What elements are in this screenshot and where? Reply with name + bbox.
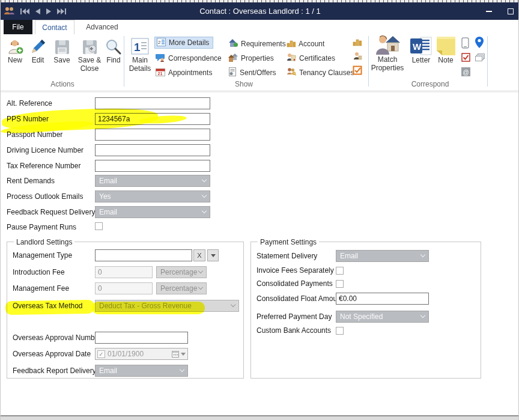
- map-pin-icon-button[interactable]: [475, 37, 484, 50]
- management-type-clear-button[interactable]: X: [193, 249, 205, 261]
- tax-reference-number-input[interactable]: [95, 160, 210, 172]
- alt-reference-label: Alt. Reference: [7, 99, 52, 108]
- save-close-button-label: Save & Close: [75, 56, 104, 73]
- letter-button[interactable]: W Letter: [409, 36, 433, 65]
- red-checkbox-icon-button[interactable]: [461, 53, 470, 64]
- tasks-checkbox-icon-button[interactable]: [353, 65, 362, 78]
- minimize-button[interactable]: [486, 11, 492, 12]
- main-details-button[interactable]: 1 Main Details: [126, 36, 154, 73]
- last-record-button[interactable]: [57, 8, 66, 14]
- tab-contact[interactable]: Contact: [35, 20, 74, 34]
- more-details-button[interactable]: 2 More Details: [154, 37, 213, 49]
- rent-demands-dropdown[interactable]: Email: [95, 175, 210, 187]
- title-bar: Contact : Overseas Landlord : 1 / 1: [1, 2, 519, 20]
- overseas-approval-number-input[interactable]: [95, 332, 188, 344]
- passport-number-input[interactable]: [95, 129, 210, 141]
- feedback-request-delivery-dropdown[interactable]: Email: [95, 206, 210, 218]
- requirements-button[interactable]: Requirements: [228, 38, 286, 50]
- ribbon-separator: [368, 36, 369, 87]
- chevron-down-icon: [202, 208, 207, 213]
- consolidated-float-amount-input[interactable]: [336, 293, 429, 305]
- appointments-label: Appointments: [168, 68, 212, 77]
- tenancy-clauses-label: Tenancy Clauses: [299, 68, 354, 77]
- driving-licence-number-label: Driving Licence Number: [7, 146, 83, 154]
- requirements-label: Requirements: [241, 40, 286, 48]
- calendar-dropdown-button[interactable]: [172, 350, 186, 358]
- chevron-down-icon: [180, 367, 184, 372]
- save-button-label: Save: [53, 56, 70, 65]
- pps-number-input[interactable]: [95, 113, 210, 125]
- next-record-button[interactable]: [46, 8, 51, 14]
- appointments-button[interactable]: 21 Appointments: [156, 67, 212, 79]
- ribbon: New Edit Save Save & Close Find Act: [1, 34, 519, 91]
- consolidated-payments-checkbox[interactable]: [336, 280, 344, 288]
- find-button[interactable]: Find: [104, 36, 123, 65]
- find-magnifier-icon: [105, 36, 122, 55]
- ribbon-tab-bar: File Contact Advanced: [1, 20, 519, 34]
- new-button[interactable]: New: [4, 36, 26, 65]
- chevron-down-icon: [231, 302, 235, 307]
- invoice-fees-separately-checkbox[interactable]: [336, 267, 344, 275]
- main-details-icon: 1: [131, 36, 149, 55]
- tab-file[interactable]: File: [4, 20, 32, 34]
- overseas-tax-method-dropdown[interactable]: Deduct Tax - Gross Revenue: [95, 300, 239, 312]
- management-type-dropdown-button[interactable]: [207, 249, 219, 261]
- word-letter-icon: W: [410, 36, 432, 55]
- account-button[interactable]: Account: [287, 38, 324, 50]
- svg-text:@: @: [463, 69, 469, 76]
- sent-offers-button[interactable]: Sent/Offers: [228, 67, 276, 79]
- match-properties-button[interactable]: Match Properties: [371, 35, 404, 73]
- tenancy-clauses-button[interactable]: Tenancy Clauses: [287, 67, 354, 79]
- process-outlook-emails-dropdown[interactable]: Yes: [95, 190, 210, 202]
- statement-delivery-dropdown[interactable]: Email: [336, 250, 429, 262]
- more-details-icon: 2: [157, 38, 166, 48]
- feedback-report-delivery-dropdown[interactable]: Email: [95, 365, 188, 377]
- save-close-button[interactable]: Save & Close: [75, 36, 104, 73]
- properties-icon: [228, 53, 238, 64]
- account-label: Account: [299, 40, 324, 48]
- correspondence-button[interactable]: Correspondence: [156, 52, 222, 64]
- introduction-fee-unit-dropdown[interactable]: Percentage: [156, 266, 207, 278]
- first-record-button[interactable]: [20, 8, 29, 14]
- chevron-down-icon: [420, 313, 425, 318]
- payment-settings-title: Payment Settings: [258, 238, 319, 246]
- ribbon-separator: [124, 36, 124, 87]
- landlord-settings-title: Landlord Settings: [14, 238, 74, 246]
- overseas-approval-date-picker[interactable]: ✓ 01/01/1900: [95, 348, 188, 360]
- custom-bank-accounts-checkbox[interactable]: [336, 327, 344, 335]
- preferred-payment-day-dropdown[interactable]: Not Specified: [336, 311, 429, 323]
- sent-offers-label: Sent/Offers: [240, 68, 276, 77]
- introduction-fee-input[interactable]: [95, 266, 153, 278]
- account-coins-icon: [287, 38, 296, 49]
- management-type-input[interactable]: [95, 249, 192, 261]
- note-button[interactable]: Note: [434, 36, 457, 65]
- copy-documents-icon-button[interactable]: [475, 53, 485, 64]
- ribbon-divider: [1, 92, 519, 93]
- save-button[interactable]: Save: [50, 36, 74, 65]
- email-at-icon-button[interactable]: @: [461, 67, 470, 79]
- tenancy-clauses-icon: [287, 67, 296, 78]
- previous-record-button[interactable]: [35, 8, 40, 14]
- certificates-button[interactable]: Certificates: [287, 52, 335, 64]
- properties-button[interactable]: Properties: [228, 52, 274, 64]
- letter-button-label: Letter: [412, 56, 431, 65]
- management-fee-input[interactable]: [95, 282, 153, 294]
- mobile-phone-icon-button[interactable]: [461, 37, 469, 51]
- financial-coins-icon-button[interactable]: [353, 37, 362, 49]
- alt-reference-input[interactable]: [95, 97, 210, 109]
- management-fee-unit-dropdown[interactable]: Percentage: [156, 282, 207, 294]
- driving-licence-number-input[interactable]: [95, 144, 210, 156]
- maximize-button[interactable]: [508, 8, 514, 14]
- appointments-icon: 21: [156, 67, 165, 78]
- edit-button[interactable]: Edit: [27, 36, 49, 65]
- pause-payment-runs-checkbox[interactable]: [95, 222, 103, 230]
- match-properties-button-label: Match Properties: [371, 56, 404, 73]
- agent-person-icon-button[interactable]: [353, 52, 362, 63]
- sticky-note-icon: [437, 36, 455, 55]
- correspondence-label: Correspondence: [168, 54, 222, 62]
- preferred-payment-day-label: Preferred Payment Day: [256, 312, 332, 321]
- tab-advanced[interactable]: Advanced: [77, 20, 127, 34]
- date-enabled-checkbox[interactable]: ✓: [97, 350, 105, 358]
- chevron-down-icon: [181, 353, 186, 356]
- feedback-report-delivery-label: Feedback Report Delivery: [13, 367, 96, 375]
